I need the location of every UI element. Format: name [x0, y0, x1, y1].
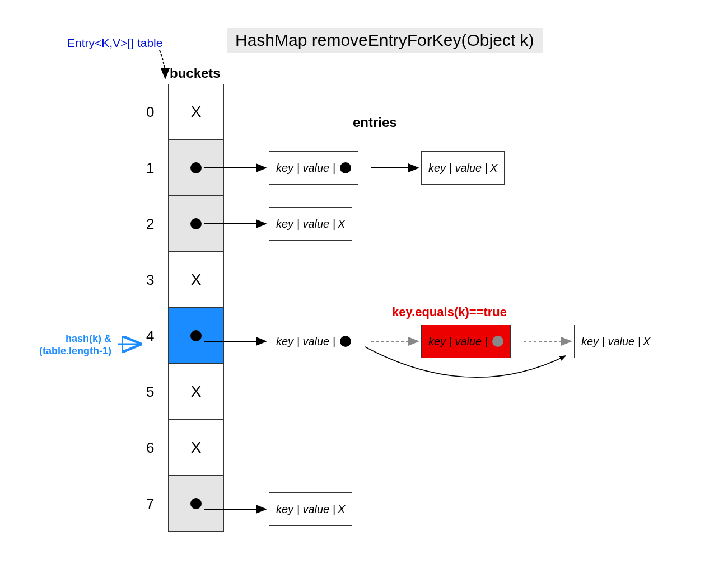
entry-row4-1: key | value | — [421, 325, 511, 358]
pointer-dot — [190, 498, 202, 509]
null-marker: X — [191, 383, 202, 401]
arrows-overlay — [11, 11, 717, 567]
null-next: X — [338, 218, 345, 231]
table-label: Entry<K,V>[] table — [67, 36, 162, 50]
bucket-index-0: 0 — [146, 104, 154, 121]
null-next: X — [338, 503, 345, 516]
bucket-index-6: 6 — [146, 439, 154, 457]
entry-kv-text: key | value | — [581, 335, 641, 348]
null-marker: X — [191, 103, 202, 121]
entry-kv-text: key | value | — [428, 335, 488, 348]
bucket-6: 6X — [168, 420, 224, 476]
null-marker: X — [191, 271, 202, 289]
entry-row2-0: key | value | X — [269, 207, 352, 241]
pointer-dot — [190, 162, 202, 173]
entry-kv-text: key | value | — [428, 162, 488, 175]
diagram-container: HashMap removeEntryForKey(Object k) Entr… — [11, 11, 717, 567]
bucket-3: 3X — [168, 252, 224, 308]
bucket-index-4: 4 — [146, 327, 154, 345]
null-marker: X — [191, 439, 202, 457]
bucket-index-5: 5 — [146, 383, 154, 401]
entries-label: entries — [353, 115, 397, 130]
entry-kv-text: key | value | — [276, 162, 335, 175]
bucket-1: 1 — [168, 140, 224, 196]
next-pointer-dot — [340, 336, 351, 347]
bucket-0: 0X — [168, 84, 224, 140]
entry-row4-0: key | value | — [269, 325, 358, 358]
bucket-7: 7 — [168, 476, 224, 532]
null-next: X — [490, 162, 497, 175]
bucket-index-2: 2 — [146, 215, 154, 233]
hash-label-line1: hash(k) & — [66, 333, 111, 344]
next-pointer-dot — [340, 162, 351, 173]
bucket-2: 2 — [168, 196, 224, 252]
buckets-label: buckets — [170, 65, 221, 81]
equals-label: key.equals(k)==true — [392, 305, 507, 319]
entry-row1-1: key | value | X — [421, 151, 505, 185]
entry-kv-text: key | value | — [276, 218, 335, 231]
entry-kv-text: key | value | — [276, 335, 335, 348]
table-pointer-arrow — [160, 50, 165, 78]
bucket-5: 5X — [168, 364, 224, 420]
hash-label: hash(k) & (table.length-1) — [39, 333, 111, 357]
bucket-index-3: 3 — [146, 271, 154, 289]
null-next: X — [643, 335, 650, 348]
pointer-dot — [190, 330, 202, 341]
bucket-index-7: 7 — [146, 495, 154, 513]
entry-row7-0: key | value | X — [269, 492, 352, 526]
diagram-title: HashMap removeEntryForKey(Object k) — [227, 28, 543, 53]
next-pointer-dot — [492, 336, 503, 347]
bucket-4: 4 — [168, 308, 224, 364]
entry-row4-2: key | value | X — [574, 325, 657, 358]
entry-kv-text: key | value | — [276, 503, 335, 516]
entry-row1-0: key | value | — [269, 151, 358, 185]
hash-label-line2: (table.length-1) — [39, 345, 111, 356]
bucket-index-1: 1 — [146, 159, 154, 177]
buckets-column: 0X123X45X6X7 — [168, 84, 224, 532]
pointer-dot — [190, 218, 202, 229]
